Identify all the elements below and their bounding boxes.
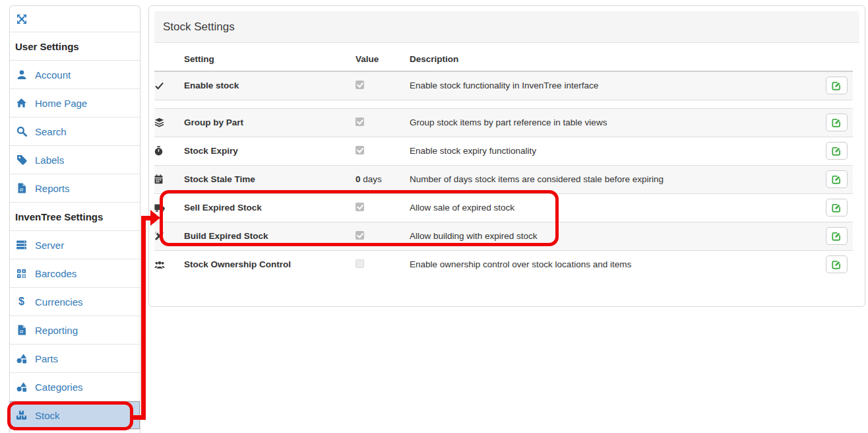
settings-table: Setting Value Description Enable stock E… [154, 50, 853, 279]
shapes-icon [15, 353, 28, 364]
table-row: Build Expired Stock Allow building with … [154, 222, 853, 250]
sidebar-item-label: Server [35, 240, 64, 251]
value-checkbox [356, 81, 364, 89]
value-checkbox [356, 117, 364, 126]
value-checkbox [356, 146, 364, 154]
setting-value [356, 137, 410, 165]
table-row: Stock Stale Time 0 days Number of days s… [154, 165, 853, 193]
stopwatch-icon [154, 137, 184, 165]
dollar-icon: $ [15, 296, 28, 307]
users-icon [154, 250, 184, 279]
sidebar-item-label: Labels [35, 154, 64, 166]
shapes-icon [15, 382, 28, 392]
actions-cell [811, 108, 853, 137]
setting-value [356, 250, 410, 279]
sidebar-item-label: Categories [35, 382, 83, 393]
table-row: Group by Part Group stock items by part … [154, 108, 853, 137]
table-row: Stock Ownership Control Enable ownership… [154, 250, 853, 279]
sidebar-item-label: Home Page [35, 98, 87, 109]
sidebar-item-search[interactable]: Search [10, 117, 140, 146]
file-pdf-icon [15, 325, 28, 335]
setting-value: 0 days [356, 165, 410, 193]
value-number: 0 [356, 174, 361, 184]
column-header-setting: Setting [184, 50, 356, 71]
sidebar-item-label: Stock [35, 410, 60, 421]
sidebar-item-labels[interactable]: Labels [10, 146, 140, 174]
edit-icon [832, 174, 842, 184]
column-header-value: Value [356, 50, 410, 71]
tools-icon [154, 222, 184, 250]
sidebar-item-categories[interactable]: Categories [10, 373, 140, 401]
actions-cell [811, 250, 853, 279]
qrcode-icon [15, 269, 28, 279]
edit-icon [832, 203, 842, 213]
setting-name: Stock Expiry [184, 137, 356, 165]
edit-icon [832, 117, 842, 127]
sidebar-item-reporting[interactable]: Reporting [10, 316, 140, 345]
actions-cell [811, 222, 853, 250]
sidebar-item-parts[interactable]: Parts [10, 345, 140, 373]
edit-setting-button[interactable] [826, 199, 848, 216]
sidebar-item-label: Reports [35, 183, 70, 194]
check-icon [154, 71, 184, 100]
setting-name: Stock Ownership Control [184, 250, 356, 279]
actions-cell [811, 71, 853, 100]
sidebar-item-account[interactable]: Account [10, 61, 140, 89]
setting-description: Number of days stock items are considere… [410, 165, 811, 193]
edit-icon [832, 81, 842, 90]
setting-description: Enable stock functionality in InvenTree … [410, 71, 811, 100]
table-row: Sell Expired Stock Allow sale of expired… [154, 193, 853, 222]
tag-icon [15, 154, 28, 165]
edit-setting-button[interactable] [826, 77, 848, 94]
table-row: Enable stock Enable stock functionality … [154, 71, 853, 100]
table-spacer-row [154, 100, 853, 108]
sidebar-item-server[interactable]: Server [10, 231, 140, 259]
page-title: Stock Settings [163, 20, 235, 34]
stock-settings-panel: Stock Settings Setting Value Description… [148, 5, 865, 307]
setting-description: Enable ownership control over stock loca… [410, 250, 811, 279]
sidebar-collapse-toggle[interactable] [10, 6, 140, 32]
sidebar-item-label: Parts [35, 353, 58, 364]
actions-cell [811, 165, 853, 193]
setting-description: Allow building with expired stock [410, 222, 811, 250]
layers-icon [154, 108, 184, 137]
sidebar-header-user-settings: User Settings [10, 32, 140, 61]
edit-setting-button[interactable] [826, 170, 848, 188]
table-row: Stock Expiry Enable stock expiry functio… [154, 137, 853, 165]
edit-setting-button[interactable] [826, 114, 848, 131]
setting-value [356, 193, 410, 222]
edit-setting-button[interactable] [826, 227, 848, 245]
user-icon [15, 69, 28, 80]
setting-value [356, 108, 410, 137]
sidebar-item-home-page[interactable]: Home Page [10, 89, 140, 117]
truck-icon [154, 193, 184, 222]
setting-name: Group by Part [184, 108, 356, 137]
sidebar-item-label: Currencies [35, 296, 83, 308]
value-unit: days [363, 174, 382, 184]
server-icon [15, 240, 28, 250]
sidebar-item-label: Barcodes [35, 268, 77, 279]
sidebar-item-stock[interactable]: Stock [10, 401, 140, 430]
sidebar-header-label: InvenTree Settings [15, 211, 103, 222]
file-pdf-icon [15, 183, 28, 193]
settings-sidebar: User Settings Account Home Page Search [9, 5, 140, 433]
sidebar-item-currencies[interactable]: $ Currencies [10, 288, 140, 316]
edit-setting-button[interactable] [826, 142, 848, 160]
setting-description: Group stock items by part reference in t… [410, 108, 811, 137]
setting-name: Enable stock [184, 71, 356, 100]
sidebar-header-inventree-settings: InvenTree Settings [10, 203, 140, 231]
sidebar-item-reports[interactable]: Reports [10, 174, 140, 203]
actions-cell [811, 137, 853, 165]
edit-icon [832, 259, 842, 269]
value-checkbox [356, 259, 364, 268]
sidebar-item-barcodes[interactable]: Barcodes [10, 259, 140, 288]
table-header-row: Setting Value Description [154, 50, 853, 71]
edit-setting-button[interactable] [826, 255, 848, 273]
column-header-icon [154, 50, 184, 71]
setting-value [356, 222, 410, 250]
column-header-description: Description [410, 50, 811, 71]
panel-header: Stock Settings [154, 11, 859, 43]
search-icon [15, 126, 28, 137]
home-icon [15, 98, 28, 108]
setting-value [356, 71, 410, 100]
